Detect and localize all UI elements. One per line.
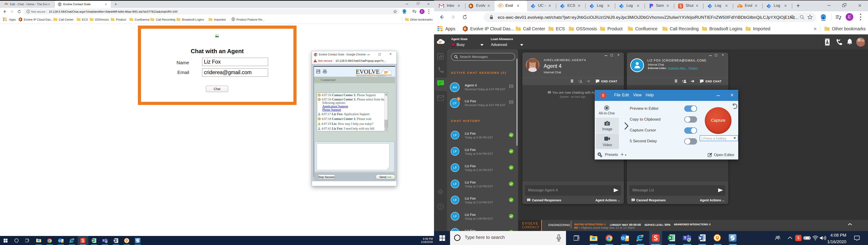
svg-text:EIP: EIP	[738, 5, 741, 6]
svg-text:KB: KB	[739, 6, 740, 7]
svg-text:IP: IP	[439, 40, 442, 44]
svg-text:IP: IP	[384, 70, 388, 75]
svg-text:CU: CU	[5, 3, 7, 5]
svg-text:?: ?	[439, 205, 441, 208]
svg-text:IP: IP	[499, 4, 502, 7]
